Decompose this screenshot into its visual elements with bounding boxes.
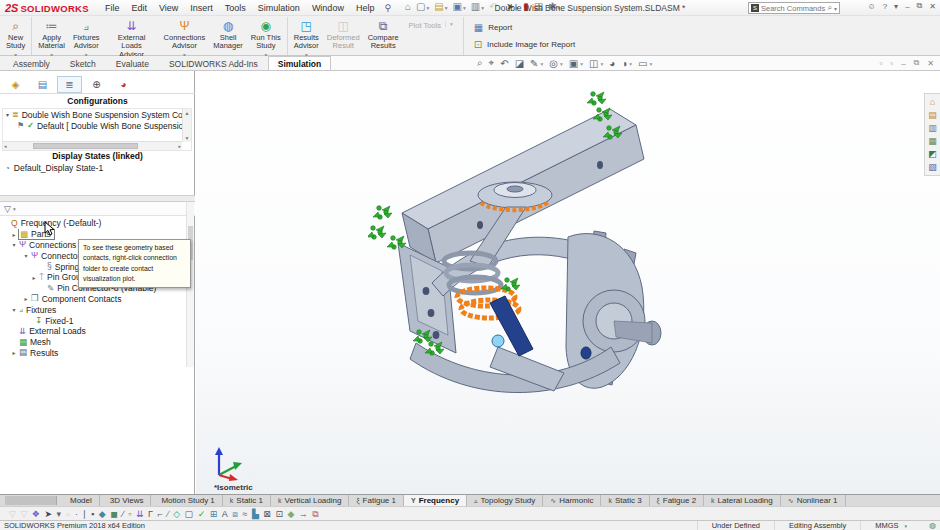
select-caret-icon[interactable]: ▾ xyxy=(56,508,61,520)
tab-vertical-loading[interactable]: k Vertical Loading xyxy=(271,495,349,506)
display-style-icon[interactable]: ◫ xyxy=(589,58,603,69)
run-this-study-button[interactable]: ◉ Run This Study ▾ xyxy=(247,17,285,55)
tree-item-body[interactable]: ↧ Fixed-1 xyxy=(34,316,76,326)
command-tab[interactable]: Sketch xyxy=(60,56,106,70)
tab-fatigue-2[interactable]: ξ Fatigue 2 xyxy=(650,495,705,506)
close-icon[interactable]: ✕ xyxy=(929,2,936,11)
file-properties-icon[interactable]: ▤ xyxy=(534,2,543,12)
search-input[interactable] xyxy=(761,4,826,13)
taskpane-view-palette-icon[interactable]: ▦ xyxy=(928,136,937,146)
tab-fatigue-1[interactable]: ξ Fatigue 1 xyxy=(349,495,404,506)
fixtures-icon[interactable]: ▫ xyxy=(128,508,131,520)
display-manager-tab[interactable]: ◕ xyxy=(111,76,136,93)
search-commands-box[interactable]: S ⌕ ▾ xyxy=(748,2,840,14)
tree-caret-icon[interactable]: ▸ xyxy=(22,295,30,302)
tab-scroll-control[interactable] xyxy=(5,496,57,505)
vertex-filter-icon[interactable]: ∙ xyxy=(75,508,78,520)
plot-results-icon[interactable]: ⊞ xyxy=(210,508,218,520)
tree-item-body[interactable]: ▤ Results xyxy=(18,348,61,358)
tree-filter-bar[interactable]: ▽ ▾ xyxy=(0,202,195,216)
apply-material-icon[interactable]: ◆ xyxy=(99,508,106,520)
connections-advisor-button[interactable]: Ψ Connections Advisor ▾ xyxy=(160,17,210,55)
taskpane-appearances-icon[interactable]: ◩ xyxy=(928,149,937,159)
rebuild-icon[interactable]: ▮ xyxy=(523,2,529,12)
study-properties-icon[interactable]: ▢ xyxy=(185,508,194,520)
scrollbar-thumb[interactable] xyxy=(33,143,138,149)
tree-caret-icon[interactable]: ▸ xyxy=(10,231,18,238)
search-icon[interactable]: ⌕ xyxy=(828,3,832,13)
shell-manager-icon[interactable]: ◼ xyxy=(110,508,117,520)
menu-item[interactable]: Tools xyxy=(219,2,252,14)
select-icon[interactable]: ➤ xyxy=(506,2,518,12)
fixtures-advisor-button[interactable]: ⟓ Fixtures Advisor ▾ xyxy=(69,17,104,55)
new-file-icon[interactable]: ▢ xyxy=(416,2,429,12)
tree-item-external-loads[interactable]: ⇊ External Loads xyxy=(0,326,195,337)
command-tab[interactable]: Evaluate xyxy=(106,56,159,70)
feature-manager-tab[interactable]: ◈ xyxy=(3,76,28,93)
config-vertical-scrollbar[interactable]: ▲ ▼ xyxy=(182,109,191,142)
list-results-icon[interactable]: A xyxy=(222,508,228,520)
tree-item-body[interactable]: ▦ Mesh xyxy=(18,337,54,347)
menu-item[interactable]: Window xyxy=(306,2,350,14)
display-state-row[interactable]: ◔ Default_Display State-1 xyxy=(5,163,103,173)
doc-close-icon[interactable]: ✕ xyxy=(927,59,934,68)
tree-item-component-contacts[interactable]: ▸ ❒ Component Contacts xyxy=(0,294,195,305)
external-loads-advisor-button[interactable]: ⇊ External Loads Advisor ▾ xyxy=(104,17,160,55)
tree-item-fixtures[interactable]: ▾ ⟓ Fixtures xyxy=(0,304,195,315)
magnified-selection-icon[interactable]: ⌕ xyxy=(66,508,71,520)
section-clipping-icon[interactable]: ▙ xyxy=(252,508,259,520)
filter-graphics-icon[interactable]: ❖ xyxy=(32,508,40,520)
menu-item[interactable]: File xyxy=(99,2,126,14)
design-check-icon[interactable]: ✓ xyxy=(198,508,206,520)
edit-appearance-icon[interactable]: ◕ xyxy=(609,58,615,69)
home-icon[interactable]: ⌂ xyxy=(405,2,411,12)
tree-item-body[interactable]: ⇊ External Loads xyxy=(18,326,89,336)
view-filter-icon[interactable]: ▽ xyxy=(9,508,16,520)
doc-minimize-icon[interactable]: – xyxy=(901,59,905,68)
tab-static-3[interactable]: k Static 3 xyxy=(601,495,649,506)
run-study-icon[interactable]: ◇ xyxy=(173,508,180,520)
pane-tile-icon[interactable]: ▫ xyxy=(890,59,893,68)
compare-results-tool-icon[interactable]: ⧉ xyxy=(312,508,318,520)
options-icon[interactable]: ✱ xyxy=(548,2,560,12)
save-icon[interactable]: ▣ xyxy=(452,2,465,12)
shell-manager-button[interactable]: ◍ Shell Manager ▾ xyxy=(209,17,247,55)
tab-frequency[interactable]: Y Frequency xyxy=(404,495,467,506)
filter-funnel-icon[interactable]: ▽ xyxy=(4,204,11,214)
dimxpert-manager-tab[interactable]: ⊕ xyxy=(84,76,109,93)
mesh-icon[interactable]: ∕ xyxy=(167,508,169,520)
taskpane-home-icon[interactable]: ⌂ xyxy=(930,97,935,107)
config-horizontal-scrollbar[interactable]: ◂ ▸ xyxy=(3,141,182,150)
taskpane-custom-properties-icon[interactable]: ▧ xyxy=(928,162,937,172)
menu-item[interactable]: Edit xyxy=(125,2,153,14)
apply-material-button[interactable]: ≔ Apply Material ▾ xyxy=(31,17,69,55)
tree-item-body[interactable]: Q Frequency (-Default-) xyxy=(10,218,104,228)
help-icon[interactable]: ? xyxy=(883,2,887,11)
undo-icon[interactable]: ↶ xyxy=(489,2,501,12)
open-file-icon[interactable]: ▤ xyxy=(434,2,447,12)
filter-caret-icon[interactable]: ▾ xyxy=(13,206,16,212)
tab-static-1[interactable]: k Static 1 xyxy=(223,495,271,506)
tab-model[interactable]: Model xyxy=(60,495,100,506)
tree-item-parts[interactable]: ▸ ▩ Parts xyxy=(0,229,195,240)
tree-caret-icon[interactable]: ▾ xyxy=(10,241,18,248)
view-settings-icon[interactable]: ▭ xyxy=(638,58,652,69)
tree-item-body[interactable]: Ψ Connections xyxy=(18,240,79,250)
tree-item-frequency-study[interactable]: Q Frequency (-Default-) xyxy=(0,218,195,229)
tab-topology-study[interactable]: ▵ Topology Study xyxy=(467,495,543,506)
tree-caret-icon[interactable]: ▸ xyxy=(10,349,18,356)
restore-icon[interactable]: ⧉ xyxy=(917,1,923,11)
results-advisor-button[interactable]: ◳ Results Advisor ▾ xyxy=(287,17,323,55)
configuration-manager-tab[interactable]: ≣ xyxy=(57,76,82,93)
include-image-button[interactable]: ⊡ Include Image for Report xyxy=(474,39,575,50)
deformed-shape-icon[interactable]: ≈ xyxy=(242,508,247,520)
command-tab[interactable]: Assembly xyxy=(3,56,60,70)
new-study-button[interactable]: ⌕ New Study ▾ xyxy=(2,17,29,55)
tab-motion-study-1[interactable]: Motion Study 1 xyxy=(151,495,222,506)
panel-splitter[interactable] xyxy=(0,195,195,202)
scroll-right-icon[interactable]: ▸ xyxy=(178,143,181,149)
taskpane-design-library-icon[interactable]: ▤ xyxy=(928,110,937,120)
search-caret-icon[interactable]: ▾ xyxy=(834,5,837,12)
configuration-root-row[interactable]: ▾ ≣ Double Wish Bone Suspension System C… xyxy=(3,109,191,120)
pane-split-icon[interactable]: ▫ xyxy=(879,59,882,68)
